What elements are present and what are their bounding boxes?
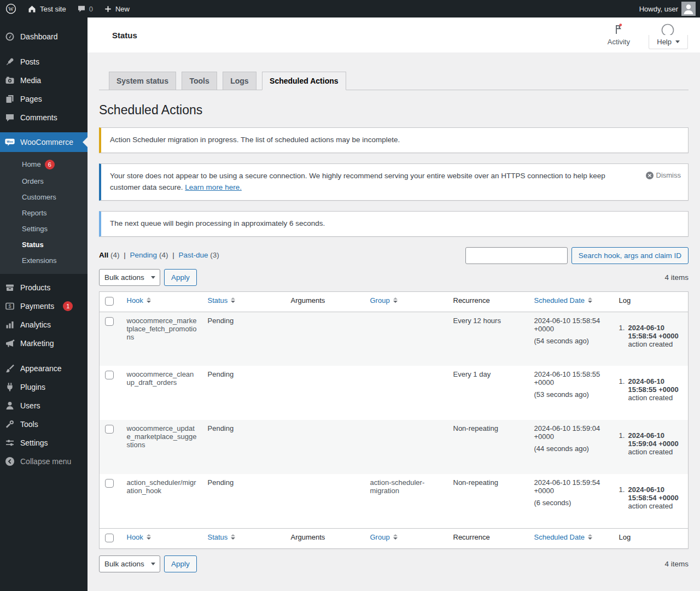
submenu-item-customers[interactable]: Customers [0, 189, 88, 205]
row-checkbox[interactable] [105, 317, 114, 326]
bulk-actions-select[interactable]: Bulk actions [99, 555, 160, 572]
tab-logs[interactable]: Logs [223, 72, 256, 90]
filter-past-due[interactable]: Past-due [178, 251, 208, 259]
row-checkbox[interactable] [105, 479, 114, 488]
plus-icon [104, 5, 112, 13]
tab-scheduled-actions[interactable]: Scheduled Actions [262, 72, 346, 90]
row-checkbox[interactable] [105, 425, 114, 434]
activity-button[interactable]: Activity [608, 23, 630, 47]
submenu-item-reports[interactable]: Reports [0, 205, 88, 221]
sort-icon [393, 534, 398, 540]
sidebar-item-label: Analytics [20, 320, 51, 329]
sort-status-header[interactable]: Status [208, 296, 236, 305]
wordpress-logo-menu[interactable]: W [0, 0, 22, 17]
table-row: action_scheduler/migration_hook Pending … [100, 474, 689, 528]
dismiss-circle-x-icon [646, 172, 654, 179]
submenu-item-status[interactable]: Status [0, 237, 88, 253]
select-all-checkbox[interactable] [105, 297, 114, 306]
new-content-menu[interactable]: New [98, 0, 135, 17]
sidebar-item-products[interactable]: Products [0, 278, 88, 297]
sort-status-header[interactable]: Status [208, 533, 236, 541]
sidebar-item-posts[interactable]: Posts [0, 52, 88, 71]
payments-badge: 1 [63, 301, 73, 311]
tab-system-status[interactable]: System status [109, 72, 176, 90]
help-label: Help [657, 38, 672, 46]
sidebar-item-label: Appearance [20, 364, 62, 373]
search-button[interactable]: Search hook, args and claim ID [571, 247, 689, 264]
select-all-checkbox[interactable] [105, 534, 114, 542]
sort-icon [588, 297, 592, 303]
sort-icon [147, 297, 151, 303]
apply-button[interactable]: Apply [164, 269, 197, 286]
sort-hook-header[interactable]: Hook [127, 296, 151, 305]
scheduled-date-cell: 2024-06-10 15:58:55 +0000 (53 seconds ag… [529, 366, 614, 420]
sidebar-item-plugins[interactable]: Plugins [0, 378, 88, 396]
sidebar-item-woocommerce[interactable]: Woo WooCommerce [0, 132, 88, 152]
recurrence-cell: Non-repeating [448, 474, 529, 528]
sidebar-item-label: Pages [20, 95, 42, 103]
sidebar-item-label: Media [20, 76, 41, 85]
sidebar-item-dashboard[interactable]: Dashboard [0, 27, 88, 46]
sort-group-header[interactable]: Group [370, 533, 398, 541]
site-link[interactable]: Test site [22, 0, 72, 17]
wrench-icon [4, 419, 15, 430]
sidebar-item-tools[interactable]: Tools [0, 415, 88, 434]
recurrence-header: Recurrence [448, 528, 529, 548]
sidebar-item-payments[interactable]: $ Payments 1 [0, 297, 88, 315]
search-box: Search hook, args and claim ID [465, 247, 689, 264]
sidebar-item-analytics[interactable]: Analytics [0, 315, 88, 334]
tab-tools[interactable]: Tools [182, 72, 217, 90]
dismiss-button[interactable]: Dismiss [646, 170, 681, 181]
submenu-item-orders[interactable]: Orders [0, 173, 88, 189]
sort-group-header[interactable]: Group [370, 296, 398, 305]
chevron-down-icon [675, 40, 680, 43]
status-filters: All (4) | Pending (4) | Past-due (3) [99, 247, 219, 259]
sidebar-item-comments[interactable]: Comments [0, 108, 88, 127]
sidebar-item-media[interactable]: Media [0, 71, 88, 90]
admin-bar: W Test site 0 New Howdy, user [0, 0, 700, 17]
recurrence-cell: Every 1 day [448, 366, 529, 420]
hook-cell: woocommerce_cleanup_draft_orders [121, 366, 202, 420]
log-cell: 1. 2024-06-10 15:58:54 +0000 action crea… [614, 312, 689, 366]
bulk-actions-select[interactable]: Bulk actions [99, 269, 160, 286]
hook-cell: action_scheduler/migration_hook [121, 474, 202, 528]
scheduled-actions-table: Hook Status Arguments Group Recurrence S… [99, 291, 689, 549]
table-row: woocommerce_cleanup_draft_orders Pending… [100, 366, 689, 420]
group-cell [365, 312, 448, 366]
secure-connection-notice: Your store does not appear to be using a… [99, 163, 689, 201]
help-button[interactable]: Help [649, 35, 688, 49]
camera-icon [4, 75, 15, 86]
learn-more-link[interactable]: Learn more here. [185, 183, 242, 191]
status-cell: Pending [202, 420, 285, 474]
row-checkbox[interactable] [105, 371, 114, 379]
sliders-icon [4, 437, 15, 448]
sort-scheduled-date-header[interactable]: Scheduled Date [534, 533, 593, 541]
sort-hook-header[interactable]: Hook [127, 533, 151, 541]
filter-all[interactable]: All [99, 251, 108, 259]
log-cell: 1. 2024-06-10 15:59:04 +0000 action crea… [614, 420, 689, 474]
sidebar-item-marketing[interactable]: Marketing [0, 334, 88, 353]
sidebar-item-appearance[interactable]: Appearance [0, 359, 88, 378]
sidebar-item-settings[interactable]: Settings [0, 434, 88, 452]
sidebar-item-label: Marketing [20, 339, 54, 348]
sidebar-item-users[interactable]: Users [0, 396, 88, 415]
comments-shortcut[interactable]: 0 [72, 0, 98, 17]
status-cell: Pending [202, 474, 285, 528]
collapse-menu-button[interactable]: Collapse menu [0, 452, 88, 471]
submenu-item-settings[interactable]: Settings [0, 221, 88, 237]
apply-button[interactable]: Apply [164, 555, 197, 572]
account-menu[interactable]: Howdy, user [634, 0, 700, 17]
search-input[interactable] [465, 247, 568, 264]
svg-text:Woo: Woo [7, 140, 13, 143]
sidebar-item-pages[interactable]: Pages [0, 90, 88, 108]
submenu-item-extensions[interactable]: Extensions [0, 253, 88, 268]
submenu-item-home[interactable]: Home6 [0, 156, 88, 173]
filter-pending[interactable]: Pending [130, 251, 158, 259]
group-cell [365, 420, 448, 474]
status-cell: Pending [202, 312, 285, 366]
activity-label: Activity [608, 38, 630, 46]
comment-bubble-icon [77, 4, 86, 13]
sort-scheduled-date-header[interactable]: Scheduled Date [534, 296, 593, 305]
arguments-header: Arguments [285, 291, 365, 312]
sidebar-item-label: Comments [20, 113, 57, 122]
